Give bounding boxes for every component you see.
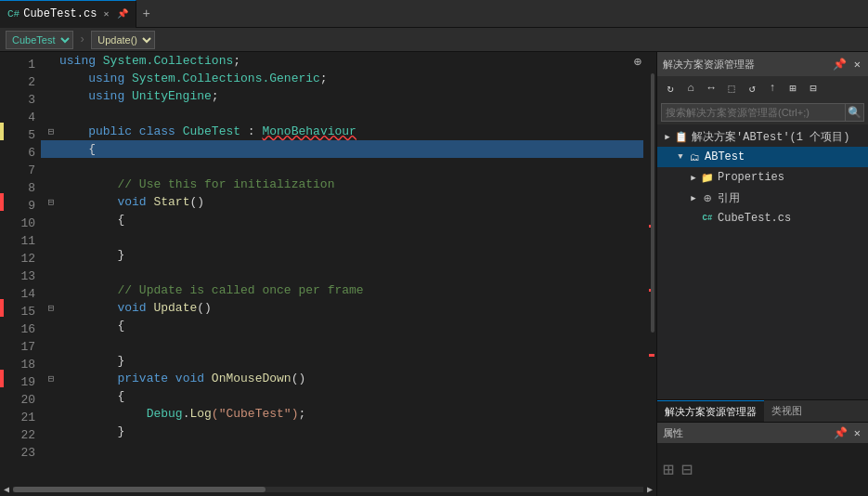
properties-panel: 属性 📌 ✕ ⊞ ⊟	[657, 422, 868, 496]
panel-icon-pin[interactable]: 📌	[831, 57, 849, 72]
code-lines-container: using System.Collections; using System.C…	[41, 52, 643, 458]
collapse-icon-5[interactable]: ⊟	[45, 125, 58, 138]
solution-explorer-titlebar: 解决方案资源管理器 📌 ✕	[657, 52, 868, 76]
code-line-13	[41, 264, 643, 281]
code-line-14: // Update is called once per frame	[41, 281, 643, 299]
tree-label: ABTest	[705, 150, 745, 163]
code-area-wrapper: 1234567891011121314151617181920212223 us…	[0, 52, 656, 483]
tree-arrow: ▼	[674, 150, 687, 163]
code-line-21: Debug.Log("CubeTest");	[41, 405, 643, 423]
solution-search-input[interactable]	[661, 103, 846, 122]
toolbar-btn-7[interactable]: ⊞	[784, 79, 802, 98]
properties-icon-b: ⊟	[681, 458, 693, 481]
hscroll-track[interactable]	[13, 487, 643, 492]
class-selector[interactable]: CubeTest	[6, 31, 73, 49]
properties-icons: 📌 ✕	[832, 425, 862, 441]
properties-title: 属性	[663, 426, 683, 440]
hscroll-thumb	[13, 487, 266, 492]
properties-content: ⊞ ⊟	[657, 443, 868, 496]
tab-cubetestcs-close[interactable]: ✕	[100, 7, 111, 20]
hscroll-right-btn[interactable]: ▶	[643, 484, 656, 495]
tree-label: 引用	[718, 190, 740, 206]
code-line-7	[41, 158, 643, 176]
collapse-icon-9[interactable]: ⊟	[45, 196, 58, 209]
toolbar-btn-6[interactable]: ↑	[763, 79, 782, 98]
tree-item-ABTest[interactable]: ▼🗂ABTest	[657, 147, 868, 167]
collapse-icon-19[interactable]: ⊟	[45, 372, 58, 385]
toolbar-btn-3[interactable]: ↔	[702, 79, 720, 98]
ref-icon: ⊕	[700, 190, 715, 205]
code-line-8: // Use this for initialization	[41, 176, 643, 193]
line-numbers: 1234567891011121314151617181920212223	[4, 52, 41, 483]
code-line-20: {	[41, 387, 643, 405]
collapse-icon-15[interactable]: ⊟	[45, 302, 58, 315]
tree-item-CubeTest.cs[interactable]: C#CubeTest.cs	[657, 208, 868, 228]
minimap-scrollbar[interactable]	[643, 52, 656, 483]
tree-arrow: ▶	[687, 171, 700, 184]
tree-label: Properties	[718, 171, 784, 184]
tree-item-解决方案'ABTest'(1-个项目)[interactable]: ▶📋解决方案'ABTest'(1 个项目)	[657, 126, 868, 147]
toolbar-btn-2[interactable]: ⌂	[681, 79, 700, 98]
toolbar-btn-4[interactable]: ⬚	[722, 79, 741, 98]
tree-label: CubeTest.cs	[718, 212, 791, 225]
code-scroll-area[interactable]: using System.Collections; using System.C…	[41, 52, 643, 483]
search-row: 🔍	[657, 100, 868, 124]
cs-file-icon: C#	[700, 211, 715, 226]
solution-icon: 📋	[674, 129, 689, 144]
tab-cs-icon: C#	[7, 8, 19, 20]
code-line-12: }	[41, 246, 643, 264]
panel-titlebar-icons: 📌 ✕	[831, 57, 862, 72]
tree-item-引用[interactable]: ▶⊕引用	[657, 188, 868, 208]
code-line-10: {	[41, 211, 643, 228]
tab-class-view[interactable]: 类视图	[764, 400, 810, 422]
vscroll-thumb	[651, 73, 654, 332]
tab-cubetestcs-label: CubeTest.cs	[23, 7, 97, 20]
code-line-11	[41, 228, 643, 246]
tab-solution-explorer[interactable]: 解决方案资源管理器	[657, 400, 764, 422]
tree-arrow: ▶	[687, 191, 700, 204]
code-line-6: {	[41, 140, 643, 158]
toolbar-btn-5[interactable]: ↺	[743, 79, 761, 98]
panel-bottom-tabs: 解决方案资源管理器 类视图	[657, 399, 868, 422]
hscroll-left-btn[interactable]: ◀	[0, 484, 13, 495]
editor-pane: ⊕ 1234567891011121314151617181920212223 …	[0, 52, 656, 496]
tab-pin-icon[interactable]: 📌	[117, 8, 128, 20]
solution-toolbar: ↻ ⌂ ↔ ⬚ ↺ ↑ ⊞ ⊟	[657, 76, 868, 100]
method-bar-arrow: ›	[79, 33, 85, 46]
code-line-18: }	[41, 352, 643, 370]
hscrollbar[interactable]: ◀ ▶	[0, 483, 656, 496]
code-line-23	[41, 440, 643, 458]
main-area: ⊕ 1234567891011121314151617181920212223 …	[0, 52, 868, 496]
code-line-5: ⊟ public class CubeTest : MonoBehaviour	[41, 123, 643, 140]
code-line-19: ⊟ private void OnMouseDown()	[41, 370, 643, 387]
code-line-1: using System.Collections;	[41, 52, 643, 70]
tree-label: 解决方案'ABTest'(1 个项目)	[692, 129, 849, 145]
solution-tree: ▶📋解决方案'ABTest'(1 个项目)▼🗂ABTest▶📁Propertie…	[657, 124, 868, 399]
code-line-17	[41, 334, 643, 352]
project-icon: 🗂	[687, 150, 702, 164]
method-selector[interactable]: Update()	[91, 31, 155, 49]
properties-icon-1[interactable]: 📌	[832, 425, 849, 441]
solution-explorer-title: 解决方案资源管理器	[663, 58, 755, 72]
editor-toolbar-btn[interactable]: ⊕	[634, 54, 641, 70]
tree-item-Properties[interactable]: ▶📁Properties	[657, 167, 868, 188]
add-tab-button[interactable]: +	[136, 7, 155, 21]
tab-bar: C# CubeTest.cs ✕ 📌 +	[0, 0, 868, 28]
scroll-marker-red3	[649, 354, 654, 357]
method-bar: CubeTest › Update()	[0, 28, 868, 52]
search-button[interactable]: 🔍	[846, 103, 864, 122]
code-line-15: ⊟ void Update()	[41, 299, 643, 317]
code-line-3: using UnityEngine;	[41, 87, 643, 105]
toolbar-btn-1[interactable]: ↻	[661, 79, 680, 98]
code-line-9: ⊟ void Start()	[41, 193, 643, 211]
app-container: C# CubeTest.cs ✕ 📌 + CubeTest › Update()…	[0, 0, 868, 496]
folder-icon: 📁	[700, 170, 715, 185]
tree-arrow	[687, 212, 700, 225]
right-panel: 解决方案资源管理器 📌 ✕ ↻ ⌂ ↔ ⬚ ↺ ↑ ⊞ ⊟ 🔍	[656, 52, 868, 496]
code-line-2: using System.Collections.Generic;	[41, 70, 643, 87]
tab-cubetestcs[interactable]: C# CubeTest.cs ✕ 📌	[0, 0, 136, 28]
properties-icon-2[interactable]: ✕	[852, 425, 862, 441]
code-line-16: {	[41, 317, 643, 334]
toolbar-btn-8[interactable]: ⊟	[804, 79, 823, 98]
panel-icon-close[interactable]: ✕	[852, 57, 862, 72]
